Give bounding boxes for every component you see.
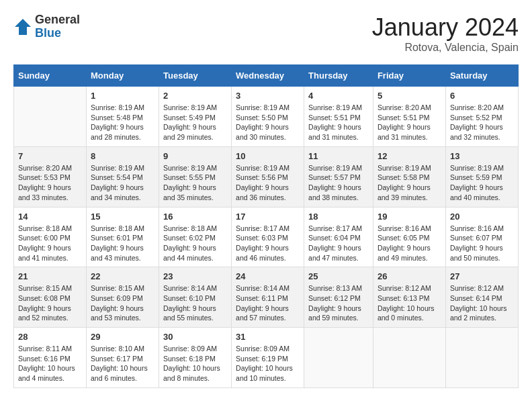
day-info: Sunrise: 8:19 AM Sunset: 5:58 PM Dayligh… [378, 163, 441, 203]
week-row-1: 1Sunrise: 8:19 AM Sunset: 5:48 PM Daylig… [14, 87, 519, 147]
day-number: 3 [236, 91, 300, 101]
day-info: Sunrise: 8:17 AM Sunset: 6:04 PM Dayligh… [308, 224, 369, 263]
day-number: 1 [91, 91, 154, 101]
day-number: 28 [18, 332, 82, 342]
day-number: 16 [163, 212, 227, 222]
header-day-tuesday: Tuesday [159, 65, 232, 87]
day-number: 7 [18, 151, 82, 161]
calendar-cell: 27Sunrise: 8:12 AM Sunset: 6:14 PM Dayli… [445, 267, 518, 328]
day-info: Sunrise: 8:14 AM Sunset: 6:10 PM Dayligh… [163, 283, 227, 323]
header-row: SundayMondayTuesdayWednesdayThursdayFrid… [14, 65, 519, 87]
day-info: Sunrise: 8:18 AM Sunset: 6:00 PM Dayligh… [18, 224, 82, 263]
calendar-cell: 22Sunrise: 8:15 AM Sunset: 6:09 PM Dayli… [87, 267, 159, 328]
day-info: Sunrise: 8:15 AM Sunset: 6:09 PM Dayligh… [91, 283, 154, 323]
calendar-cell: 21Sunrise: 8:15 AM Sunset: 6:08 PM Dayli… [14, 267, 87, 328]
day-info: Sunrise: 8:10 AM Sunset: 6:17 PM Dayligh… [91, 344, 154, 383]
calendar-cell: 9Sunrise: 8:19 AM Sunset: 5:55 PM Daylig… [159, 146, 232, 207]
day-info: Sunrise: 8:19 AM Sunset: 5:56 PM Dayligh… [236, 163, 300, 203]
week-row-3: 14Sunrise: 8:18 AM Sunset: 6:00 PM Dayli… [14, 207, 519, 267]
day-info: Sunrise: 8:20 AM Sunset: 5:52 PM Dayligh… [450, 103, 514, 142]
day-number: 6 [450, 91, 514, 101]
day-info: Sunrise: 8:19 AM Sunset: 5:59 PM Dayligh… [450, 163, 514, 203]
day-info: Sunrise: 8:12 AM Sunset: 6:14 PM Dayligh… [450, 283, 514, 323]
day-number: 14 [18, 212, 82, 222]
calendar-cell: 31Sunrise: 8:09 AM Sunset: 6:19 PM Dayli… [232, 328, 304, 388]
location: Rotova, Valencia, Spain [372, 42, 519, 54]
calendar-cell: 7Sunrise: 8:20 AM Sunset: 5:53 PM Daylig… [14, 146, 87, 207]
calendar-cell: 20Sunrise: 8:16 AM Sunset: 6:07 PM Dayli… [445, 207, 518, 267]
calendar-cell: 26Sunrise: 8:12 AM Sunset: 6:13 PM Dayli… [373, 267, 445, 328]
day-number: 29 [91, 332, 154, 342]
day-info: Sunrise: 8:16 AM Sunset: 6:05 PM Dayligh… [378, 224, 441, 263]
day-number: 25 [308, 271, 369, 281]
calendar-cell: 18Sunrise: 8:17 AM Sunset: 6:04 PM Dayli… [304, 207, 373, 267]
title-block: January 2024 Rotova, Valencia, Spain [372, 13, 519, 54]
calendar-cell: 10Sunrise: 8:19 AM Sunset: 5:56 PM Dayli… [232, 146, 304, 207]
day-info: Sunrise: 8:11 AM Sunset: 6:16 PM Dayligh… [18, 344, 82, 383]
calendar-cell: 5Sunrise: 8:20 AM Sunset: 5:51 PM Daylig… [373, 87, 445, 147]
week-row-5: 28Sunrise: 8:11 AM Sunset: 6:16 PM Dayli… [14, 328, 519, 388]
day-info: Sunrise: 8:19 AM Sunset: 5:55 PM Dayligh… [163, 163, 227, 203]
calendar-cell: 16Sunrise: 8:18 AM Sunset: 6:02 PM Dayli… [159, 207, 232, 267]
calendar-cell [14, 87, 87, 147]
day-info: Sunrise: 8:19 AM Sunset: 5:49 PM Dayligh… [163, 103, 227, 142]
week-row-4: 21Sunrise: 8:15 AM Sunset: 6:08 PM Dayli… [14, 267, 519, 328]
day-info: Sunrise: 8:19 AM Sunset: 5:51 PM Dayligh… [308, 103, 369, 142]
calendar-cell: 25Sunrise: 8:13 AM Sunset: 6:12 PM Dayli… [304, 267, 373, 328]
day-info: Sunrise: 8:19 AM Sunset: 5:54 PM Dayligh… [91, 163, 154, 203]
day-info: Sunrise: 8:18 AM Sunset: 6:01 PM Dayligh… [91, 224, 154, 263]
calendar-cell [304, 328, 373, 388]
day-info: Sunrise: 8:09 AM Sunset: 6:18 PM Dayligh… [163, 344, 227, 383]
calendar-cell: 1Sunrise: 8:19 AM Sunset: 5:48 PM Daylig… [87, 87, 159, 147]
page-header: General Blue January 2024 Rotova, Valenc… [13, 13, 519, 54]
day-info: Sunrise: 8:20 AM Sunset: 5:53 PM Dayligh… [18, 163, 82, 203]
day-info: Sunrise: 8:09 AM Sunset: 6:19 PM Dayligh… [236, 344, 300, 383]
logo-text: General Blue [35, 13, 80, 40]
day-number: 15 [91, 212, 154, 222]
day-number: 24 [236, 271, 300, 281]
day-number: 5 [378, 91, 441, 101]
calendar-cell: 30Sunrise: 8:09 AM Sunset: 6:18 PM Dayli… [159, 328, 232, 388]
svg-marker-0 [15, 19, 31, 35]
calendar-cell: 24Sunrise: 8:14 AM Sunset: 6:11 PM Dayli… [232, 267, 304, 328]
header-day-wednesday: Wednesday [232, 65, 304, 87]
calendar-cell: 2Sunrise: 8:19 AM Sunset: 5:49 PM Daylig… [159, 87, 232, 147]
day-number: 11 [308, 151, 369, 161]
day-number: 23 [163, 271, 227, 281]
day-number: 2 [163, 91, 227, 101]
day-number: 26 [378, 271, 441, 281]
day-number: 30 [163, 332, 227, 342]
day-number: 18 [308, 212, 369, 222]
calendar-cell: 13Sunrise: 8:19 AM Sunset: 5:59 PM Dayli… [445, 146, 518, 207]
day-number: 17 [236, 212, 300, 222]
day-info: Sunrise: 8:13 AM Sunset: 6:12 PM Dayligh… [308, 283, 369, 323]
day-number: 31 [236, 332, 300, 342]
calendar-cell: 15Sunrise: 8:18 AM Sunset: 6:01 PM Dayli… [87, 207, 159, 267]
day-number: 13 [450, 151, 514, 161]
day-info: Sunrise: 8:18 AM Sunset: 6:02 PM Dayligh… [163, 224, 227, 263]
day-info: Sunrise: 8:12 AM Sunset: 6:13 PM Dayligh… [378, 283, 441, 323]
calendar-cell: 14Sunrise: 8:18 AM Sunset: 6:00 PM Dayli… [14, 207, 87, 267]
day-info: Sunrise: 8:19 AM Sunset: 5:50 PM Dayligh… [236, 103, 300, 142]
calendar-cell: 8Sunrise: 8:19 AM Sunset: 5:54 PM Daylig… [87, 146, 159, 207]
day-info: Sunrise: 8:17 AM Sunset: 6:03 PM Dayligh… [236, 224, 300, 263]
logo-icon [13, 17, 32, 36]
day-info: Sunrise: 8:19 AM Sunset: 5:48 PM Dayligh… [91, 103, 154, 142]
calendar-cell [445, 328, 518, 388]
day-number: 8 [91, 151, 154, 161]
day-number: 20 [450, 212, 514, 222]
day-number: 19 [378, 212, 441, 222]
day-info: Sunrise: 8:14 AM Sunset: 6:11 PM Dayligh… [236, 283, 300, 323]
calendar-cell: 12Sunrise: 8:19 AM Sunset: 5:58 PM Dayli… [373, 146, 445, 207]
month-title: January 2024 [372, 13, 519, 42]
calendar-table: SundayMondayTuesdayWednesdayThursdayFrid… [13, 64, 519, 388]
day-number: 22 [91, 271, 154, 281]
header-day-saturday: Saturday [445, 65, 518, 87]
header-day-monday: Monday [87, 65, 159, 87]
calendar-cell: 3Sunrise: 8:19 AM Sunset: 5:50 PM Daylig… [232, 87, 304, 147]
day-info: Sunrise: 8:15 AM Sunset: 6:08 PM Dayligh… [18, 283, 82, 323]
calendar-cell: 6Sunrise: 8:20 AM Sunset: 5:52 PM Daylig… [445, 87, 518, 147]
day-info: Sunrise: 8:20 AM Sunset: 5:51 PM Dayligh… [378, 103, 441, 142]
logo: General Blue [13, 13, 80, 40]
day-number: 4 [308, 91, 369, 101]
